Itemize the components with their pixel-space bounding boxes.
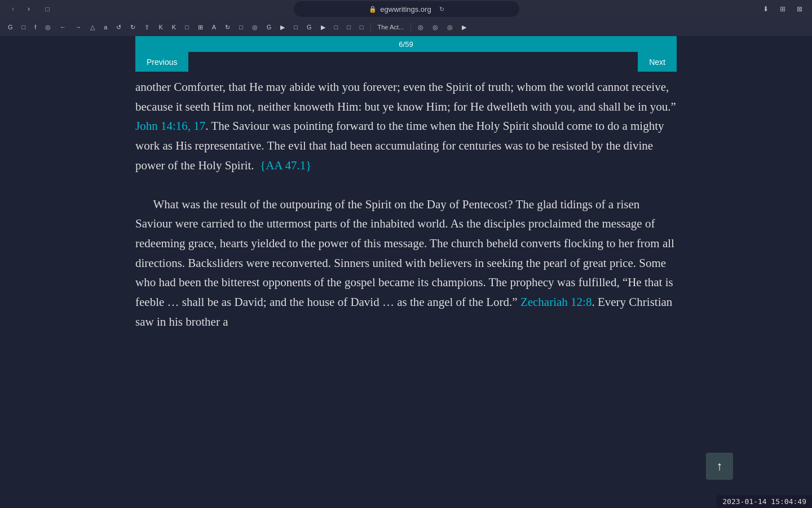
bookmark-refresh2[interactable]: ↻ <box>127 23 139 32</box>
bookmark-facebook[interactable]: f <box>31 23 39 32</box>
scroll-top-button[interactable]: ↑ <box>706 453 733 480</box>
paragraph-marker-1: {AA 47.1} <box>260 159 311 172</box>
bookmark-c3[interactable]: ◎ <box>444 23 456 32</box>
bookmark-c1[interactable]: ◎ <box>414 23 427 32</box>
bookmark-play3[interactable]: ▶ <box>458 23 470 32</box>
bookmark-play1[interactable]: ▶ <box>277 23 288 32</box>
window-icon: □ <box>41 2 54 16</box>
bookmark-the-act[interactable]: The Act... <box>374 23 407 32</box>
separator2 <box>411 23 411 32</box>
next-button[interactable]: Next <box>638 52 677 72</box>
bookmark-grid[interactable]: ⊞ <box>195 23 206 32</box>
zoom-icon[interactable]: ⊞ <box>776 2 789 16</box>
bookmark-tab[interactable]: □ <box>19 23 29 32</box>
bookmark-sq4[interactable]: □ <box>331 23 342 32</box>
bookmark-refresh1[interactable]: ↺ <box>113 23 125 32</box>
bookmark-g3[interactable]: G <box>303 23 315 32</box>
bookmark-sq6[interactable]: □ <box>356 23 367 32</box>
paragraph-1: another Comforter, that He may abide wit… <box>135 77 677 175</box>
status-bar: 2023-01-14 15:04:49 <box>717 495 812 508</box>
title-bar: ‹ › □ 🔒 egwwritings.org ↻ ⬇ ⊞ ⊠ <box>0 0 812 18</box>
url-text: egwwritings.org <box>380 5 431 14</box>
timestamp: 2023-01-14 15:04:49 <box>722 497 806 506</box>
bookmark-target[interactable]: ◎ <box>249 23 261 32</box>
bookmark-up[interactable]: ⇧ <box>141 23 153 32</box>
scripture-link-1[interactable]: John 14:16, 17 <box>135 119 205 133</box>
bookmark-k2[interactable]: K <box>169 23 179 32</box>
bookmark-play2[interactable]: ▶ <box>317 23 329 32</box>
content-area: 6/59 Previous Next another Comforter, th… <box>0 36 812 343</box>
page-indicator: 6/59 <box>399 40 413 49</box>
text-p1-part2: . The Saviour was pointing forward to th… <box>135 119 664 172</box>
bookmark-tri[interactable]: △ <box>87 23 98 32</box>
bookmark-sq2[interactable]: □ <box>236 23 246 32</box>
bookmark-forward[interactable]: → <box>72 23 85 32</box>
lock-icon: 🔒 <box>369 6 377 13</box>
download-icon[interactable]: ⬇ <box>759 2 773 16</box>
bookmark-amazon[interactable]: a <box>100 23 111 32</box>
bookmark-g2[interactable]: G <box>263 23 275 32</box>
text-p2-part1: What was the result of the outpouring of… <box>135 198 674 309</box>
address-bar[interactable]: 🔒 egwwritings.org ↻ <box>294 1 519 17</box>
bookmark-sq3[interactable]: □ <box>290 23 301 32</box>
bookmark-circle[interactable]: ◎ <box>42 23 54 32</box>
bookmark-sq5[interactable]: □ <box>343 23 354 32</box>
separator1 <box>370 23 371 32</box>
text-content: another Comforter, that He may abide wit… <box>0 72 812 343</box>
bookmark-refresh3[interactable]: ↻ <box>222 23 233 32</box>
bookmark-sq1[interactable]: □ <box>182 23 192 32</box>
reload-icon[interactable]: ↻ <box>439 6 444 13</box>
pagination-bar: 6/59 <box>135 36 677 52</box>
nav-buttons-row: Previous Next <box>135 52 677 72</box>
paragraph-2: What was the result of the outpouring of… <box>135 195 677 331</box>
bookmarks-bar: G □ f ◎ ← → △ a ↺ ↻ ⇧ K K □ ⊞ A ↻ □ ◎ G … <box>0 18 812 36</box>
bookmark-k1[interactable]: K <box>155 23 166 32</box>
bookmark-a[interactable]: A <box>209 23 219 32</box>
scripture-link-2[interactable]: Zechariah 12:8 <box>520 295 592 309</box>
fullscreen-icon[interactable]: ⊠ <box>793 2 806 16</box>
bookmark-c2[interactable]: ◎ <box>429 23 442 32</box>
bookmark-g[interactable]: G <box>5 23 16 32</box>
previous-button[interactable]: Previous <box>135 52 188 72</box>
back-arrow-icon[interactable]: ‹ <box>6 2 20 16</box>
forward-arrow-icon[interactable]: › <box>21 2 36 16</box>
bookmark-back[interactable]: ← <box>56 23 69 32</box>
browser-nav-arrows[interactable]: ‹ › <box>6 2 36 16</box>
text-p1-part1: another Comforter, that He may abide wit… <box>135 80 676 113</box>
